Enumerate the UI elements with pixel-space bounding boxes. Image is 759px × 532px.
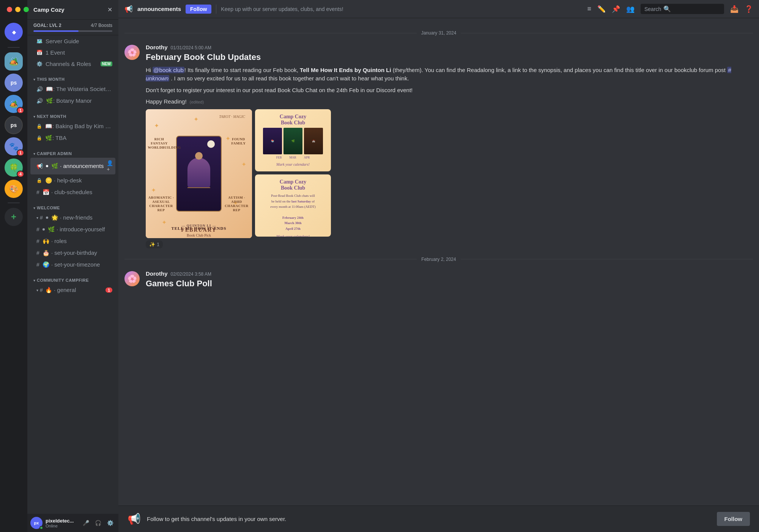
user-avatar: px — [30, 517, 43, 529]
server-divider — [8, 202, 20, 203]
channels-roles-icon: ⚙️ — [36, 61, 43, 67]
event-label: 1 Event — [46, 49, 65, 56]
sidebar-item-1-event[interactable]: 📅 1 Event — [30, 47, 115, 58]
search-box[interactable]: Search 🔍 — [641, 4, 724, 14]
add-server-button[interactable]: + — [5, 208, 23, 226]
members-icon[interactable]: 👥 — [626, 5, 635, 13]
boost-count[interactable]: 4/7 Boosts — [91, 23, 112, 28]
server-header[interactable]: Camp Cozy ✕ — [27, 0, 118, 20]
channel-introduce-yourself[interactable]: # 🌿 · introduce-yourself — [30, 224, 115, 235]
follow-bar-text: Follow to get this channel's updates in … — [147, 516, 711, 522]
category-header-camper-admin[interactable]: ▾ CAMPER ADMIN — [27, 150, 118, 157]
category-header-welcome[interactable]: ▾ WELCOME — [27, 204, 118, 212]
bookclub-footer2: Mark your calendars! — [276, 234, 310, 237]
bookclub-img-title: Camp CozyBook Club — [280, 114, 306, 127]
sidebar-item-palette[interactable]: 🎨 — [5, 180, 23, 198]
reaction-emoji: ✨ — [149, 242, 155, 247]
search-icon: 🔍 — [663, 5, 671, 13]
topbar-follow-button[interactable]: Follow — [186, 5, 211, 14]
date-feb: February 24th — [282, 216, 304, 220]
channel-list: 🗺️ Server Guide 📅 1 Event ⚙️ Channels & … — [27, 35, 118, 532]
star-icon: ✦ — [151, 187, 156, 194]
date-mar: March 30th — [284, 221, 301, 225]
user-settings-button[interactable]: ⚙️ — [105, 518, 115, 528]
channel-announcements[interactable]: 📢 🌿 · announcements 👤+ — [30, 158, 115, 174]
category-this-month: ▾ THIS MONTH 🔊 📖: The Wisteria Society .… — [27, 75, 118, 107]
channel-roles[interactable]: # 🙌 · roles — [30, 235, 115, 247]
announce-icon: 📢 — [36, 163, 43, 169]
channel-name-birthday: 🎂 · set-your-birthday — [43, 250, 112, 256]
message-timestamp: 01/31/2024 5:00 AM — [171, 45, 211, 50]
main-content: 📢 announcements Follow Keep up with our … — [118, 0, 759, 532]
category-name-this-month: THIS MONTH — [37, 77, 65, 82]
bookclub-schedule-image: Camp CozyBook Club Post-Read Book Club c… — [255, 174, 331, 237]
sidebar-item-server-guide[interactable]: 🗺️ Server Guide — [30, 36, 115, 47]
category-header-community-campfire[interactable]: ▾ COMMUNITY CAMPFIRE — [27, 276, 118, 284]
channel-set-birthday[interactable]: # 🎂 · set-your-birthday — [30, 247, 115, 259]
book-label-mar: MAR — [289, 156, 296, 159]
sidebar-item-server3[interactable]: 🏕️ 1 — [5, 95, 23, 113]
sidebar-item-ps[interactable]: ps — [5, 74, 23, 92]
message-avatar: 🌸 — [124, 271, 140, 286]
channel-help-desk[interactable]: 🔒 🪙 · help-desk — [30, 175, 115, 186]
message-attachments: ✦ ✦ ✦ ✦ ✦ ✦ ✦ TAROT · MAGIC — [146, 109, 753, 238]
server-guide-label: Server Guide — [46, 38, 79, 44]
channel-wisteria[interactable]: 🔊 📖: The Wisteria Society ... — [30, 83, 115, 95]
minimize-button[interactable] — [15, 7, 20, 12]
topbar-divider — [216, 5, 216, 14]
book-labels: FEB MAR APR — [276, 156, 310, 159]
category-name-welcome: WELCOME — [37, 206, 60, 210]
sidebar-item-channels-roles[interactable]: ⚙️ Channels & Roles NEW — [30, 58, 115, 69]
channel-set-timezone[interactable]: # 🌍 · set-your-timezone — [30, 259, 115, 270]
channel-name-wisteria: 📖: The Wisteria Society ... — [46, 86, 112, 93]
star-icon: ✦ — [225, 135, 230, 142]
channel-general[interactable]: ▾ # 🔥 · general 1 — [30, 284, 115, 296]
message-title-2: Games Club Poll — [146, 278, 753, 289]
topbar-description: Keep up with our server updates, clubs, … — [221, 6, 583, 12]
fullscreen-button[interactable] — [24, 7, 29, 12]
user-status: Online — [46, 524, 77, 528]
threads-icon[interactable]: ≡ — [587, 5, 591, 13]
category-camper-admin: ▾ CAMPER ADMIN 📢 🌿 · announcements 👤+ 🔒 … — [27, 150, 118, 198]
mute-button[interactable]: 🎤 — [80, 518, 91, 528]
help-icon[interactable]: ❓ — [745, 5, 753, 13]
channel-name-tba: 🌿: TBA — [45, 135, 112, 141]
bookclub-images-stack: Camp CozyBook Club 📚 🌿 🏰 — [255, 109, 331, 238]
book-title: Tell Me How It Ends by Quinton Li — [300, 67, 391, 73]
messages-area[interactable]: January 31, 2024 🌸 Dorothy 01/31/2024 5:… — [118, 18, 759, 505]
new-badge: NEW — [101, 61, 112, 66]
channel-baking-bad[interactable]: 🔒 📖: Baking Bad by Kim M... — [30, 121, 115, 132]
server-badge: 4 — [17, 171, 24, 177]
category-header-this-month[interactable]: ▾ THIS MONTH — [27, 75, 118, 83]
message-feb-bookclub: 🌸 Dorothy 01/31/2024 5:00 AM February Bo… — [118, 42, 759, 250]
mention-book-club[interactable]: @book club — [153, 67, 184, 73]
sidebar-item-clover[interactable]: 🍀 4 — [5, 159, 23, 177]
deafen-button[interactable]: 🎧 — [93, 518, 103, 528]
lock-icon: 🔒 — [36, 178, 42, 183]
close-button[interactable] — [7, 7, 12, 12]
channel-name-roles: 🙌 · roles — [43, 238, 112, 245]
boost-goal-label: GOAL: LVL 2 — [33, 23, 61, 28]
user-controls: 🎤 🎧 ⚙️ — [80, 518, 115, 528]
follow-bar-button[interactable]: Follow — [717, 512, 750, 526]
sidebar-item-ps2[interactable]: ps — [5, 116, 23, 134]
tarot-label: TAROT · MAGIC — [219, 115, 245, 119]
sidebar-item-camp-cozy[interactable]: 🏕️ — [5, 52, 23, 71]
sidebar-item-paw[interactable]: 🐾 1 — [5, 137, 23, 155]
inbox-icon[interactable]: 📥 — [730, 5, 739, 13]
channel-new-friends[interactable]: ▾ # 🌟 · new-friends — [30, 212, 115, 223]
hash-icon: # — [36, 226, 39, 232]
channel-botany[interactable]: 🔊 🌿: Botany Manor — [30, 95, 115, 107]
server-menu-icon: ✕ — [107, 6, 112, 13]
unknown-tag[interactable]: # unknown — [146, 67, 731, 82]
divider-line — [461, 33, 753, 33]
add-member-icon[interactable]: 👤+ — [107, 160, 113, 172]
channel-club-schedules[interactable]: # 📅 · club-schedules — [30, 187, 115, 198]
pin-icon[interactable]: 📌 — [612, 5, 620, 13]
edit-icon[interactable]: ✏️ — [597, 5, 606, 13]
channel-tba[interactable]: 🔒 🌿: TBA — [30, 132, 115, 144]
reaction-sparkles[interactable]: ✨ 1 — [146, 240, 163, 248]
category-header-next-month[interactable]: ▾ NEXT MONTH — [27, 113, 118, 120]
sidebar-item-discord-home[interactable]: ⬥ — [5, 23, 23, 41]
category-next-month: ▾ NEXT MONTH 🔒 📖: Baking Bad by Kim M...… — [27, 113, 118, 144]
